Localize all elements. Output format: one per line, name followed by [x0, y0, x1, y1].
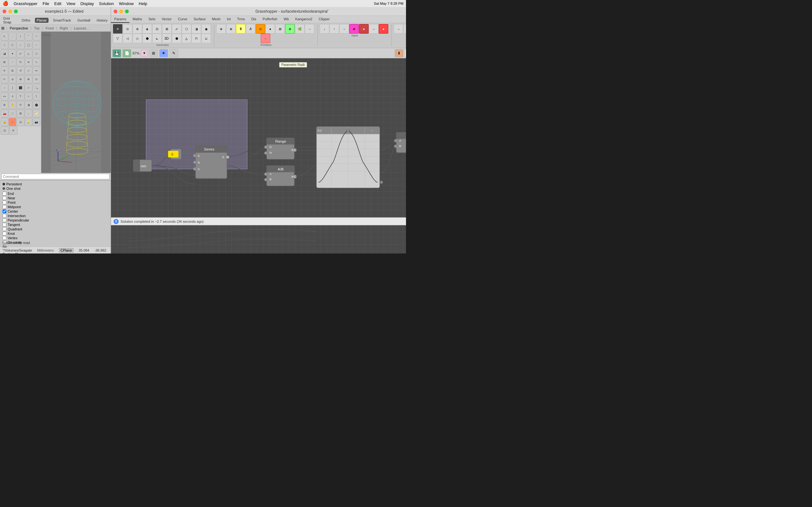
gh-bake-btn[interactable]: ⬇ [395, 49, 403, 57]
cylinder-tool[interactable]: ⌭ [16, 49, 24, 58]
gh-maximize-button[interactable] [125, 9, 129, 13]
split-tool[interactable]: ⌀ [9, 75, 16, 83]
menu-edit[interactable]: Edit [54, 1, 61, 6]
minimize-button[interactable] [8, 9, 12, 13]
gh-geo-btn-15[interactable]: ⊾ [152, 34, 162, 43]
snap-knot[interactable]: Knot [3, 231, 108, 236]
snap-intersection[interactable]: Intersection [3, 214, 108, 218]
gh-geo-btn-2[interactable]: ⊙ [123, 24, 132, 34]
rotate-tool[interactable]: ↺ [16, 66, 24, 75]
snap-oneshot[interactable]: One shot [3, 186, 108, 191]
gh-tab-curve[interactable]: Curve [175, 16, 190, 23]
smarttrack-btn[interactable]: SmartTrack [51, 18, 72, 23]
gh-prim-btn-7[interactable]: ⊞ [275, 24, 285, 34]
tab-top[interactable]: Top [32, 26, 42, 31]
hatch-tool[interactable]: ≡ [9, 92, 16, 101]
light-tool[interactable]: 💡 [25, 118, 32, 126]
gh-geo-btn-8[interactable]: ⬡ [182, 24, 191, 34]
grid-snap-btn[interactable]: Grid Snap [1, 16, 17, 25]
color-tool[interactable]: ○ [9, 118, 16, 126]
gumball-btn[interactable]: Gumball [75, 18, 92, 23]
gh-util-btn-2[interactable]: ⊕ [403, 24, 406, 34]
snap-midpoint[interactable]: Midpoint [3, 205, 108, 209]
analyze-tool[interactable]: 🔍 [33, 83, 40, 92]
history-btn[interactable]: History [95, 18, 109, 23]
snap-end[interactable]: End [3, 191, 108, 196]
boolean-tool[interactable]: ⊗ [25, 75, 32, 83]
gh-prim-btn-4[interactable]: A [246, 24, 255, 34]
gh-geo-btn-9[interactable]: ◑ [192, 24, 201, 34]
gh-tab-params[interactable]: Params [111, 16, 130, 23]
block-tool[interactable]: ⊞ [16, 109, 24, 118]
gh-geo-btn-1[interactable]: ✕ [113, 24, 122, 34]
cone-tool[interactable]: △ [25, 49, 32, 58]
gh-geo-btn-5[interactable]: ⊡ [152, 24, 162, 34]
select-tool[interactable]: ↖ [1, 32, 8, 41]
insert-tool[interactable]: ↓ [25, 109, 32, 118]
ortho-btn[interactable]: Ortho [20, 18, 32, 23]
gh-tab-trms[interactable]: Trms [234, 16, 248, 23]
snap-vertex-check[interactable] [3, 236, 6, 240]
gh-util-btn-1[interactable]: → [394, 24, 403, 34]
tab-front[interactable]: Front [44, 26, 56, 31]
viewport-3d[interactable]: Perspective [41, 32, 111, 173]
gh-tab-wb[interactable]: Wb [281, 16, 292, 23]
gh-zoom-adjust[interactable]: ▼ [141, 50, 148, 57]
gh-geo-btn-6[interactable]: ⊞ [162, 24, 171, 34]
gh-in-btn-7[interactable]: ● [379, 24, 388, 34]
gh-geo-btn-4[interactable]: ◈ [142, 24, 152, 34]
gh-tab-vector[interactable]: Vector [159, 16, 175, 23]
gh-prim-btn-3[interactable]: 9 [236, 24, 246, 34]
lock-tool[interactable]: 🔒 [1, 118, 8, 126]
circle-tool[interactable]: ○ [16, 41, 24, 49]
arc-tool[interactable]: ◠ [33, 32, 40, 41]
apple-menu[interactable]: 🍎 [3, 1, 9, 6]
snap-center[interactable]: Center [3, 209, 108, 214]
mesh-tool[interactable]: ⊞ [1, 58, 8, 66]
gh-preview-btn[interactable]: 👁 [159, 49, 168, 57]
gh-tab-pufferfish[interactable]: Pufferfish [259, 16, 281, 23]
snap-vertex[interactable]: Vertex [3, 236, 108, 240]
blend-tool[interactable]: ∫ [9, 83, 16, 92]
tab-layouts[interactable]: Layouts... [72, 26, 91, 31]
gh-prim-btn-9[interactable]: 🌿 [295, 24, 305, 34]
gh-geo-btn-16[interactable]: ⌦ [162, 34, 171, 43]
copy-tool[interactable]: ⧉ [9, 66, 16, 75]
ellipse-tool[interactable]: ◯ [25, 41, 32, 49]
menu-file[interactable]: File [43, 1, 49, 6]
gh-geo-btn-7[interactable]: ⌭ [172, 24, 182, 34]
pan-tool[interactable]: ✋ [9, 101, 16, 109]
material-tool[interactable]: ◎ [16, 118, 24, 126]
snap-near-check[interactable] [3, 196, 6, 200]
sphere-tool[interactable]: ● [9, 49, 16, 58]
freeform-tool[interactable]: ~ [33, 41, 40, 49]
camera-tool[interactable]: 📷 [33, 118, 40, 126]
gh-geo-btn-13[interactable]: ◇ [133, 34, 142, 43]
gh-open-btn[interactable]: 📄 [122, 49, 131, 57]
line-tool[interactable]: / [16, 32, 24, 41]
menu-help[interactable]: Help [139, 1, 147, 6]
cplane-indicator[interactable]: CPlane [59, 248, 73, 252]
menu-display[interactable]: Display [80, 1, 94, 6]
gh-canvas[interactable]: Parametric Radii [111, 58, 406, 217]
planar-btn[interactable]: Planar [35, 18, 49, 23]
gh-geo-btn-19[interactable]: ⊓ [192, 34, 201, 43]
car-tool[interactable]: 🚗 [1, 109, 8, 118]
snap-tangent-check[interactable] [3, 223, 6, 227]
revolve-tool[interactable]: ↻ [16, 58, 24, 66]
snap-point-check[interactable] [3, 201, 6, 205]
snap-center-check[interactable] [3, 210, 6, 213]
move-tool[interactable]: ✛ [1, 66, 8, 75]
rotate-view-tool[interactable]: ↻ [16, 101, 24, 109]
render-tool[interactable]: ⬤ [33, 101, 40, 109]
close-button[interactable] [3, 9, 6, 13]
snap-near[interactable]: Near [3, 196, 108, 200]
check-tool[interactable]: ✓ [25, 83, 32, 92]
tab-perspective[interactable]: Perspective [8, 26, 30, 31]
polygon-tool[interactable]: ⬡ [9, 41, 16, 49]
gh-tab-surface[interactable]: Surface [190, 16, 209, 23]
gumball-sub-tool[interactable]: ✛ [9, 126, 17, 135]
gh-in-btn-4[interactable]: ⊕ [349, 24, 359, 34]
gh-prim-btn-5[interactable]: ⊙ [256, 24, 265, 34]
worksession-tool[interactable]: 📁 [33, 109, 40, 118]
